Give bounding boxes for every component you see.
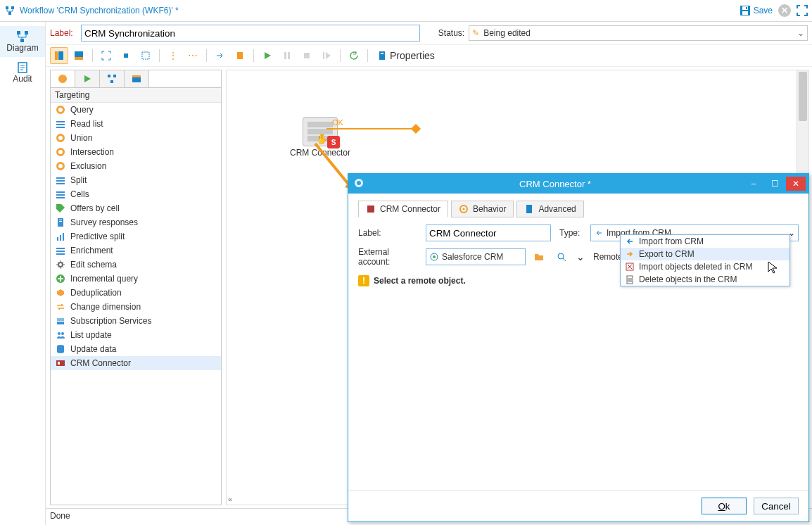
svg-rect-12 [58, 51, 63, 60]
palette-item[interactable]: Incremental query [51, 272, 221, 286]
svg-rect-44 [56, 177, 65, 179]
palette-item[interactable]: CRM Connector [51, 356, 221, 370]
tab-crm-connector[interactable]: CRM Connector [358, 201, 448, 217]
palette-tab-flow[interactable] [75, 70, 100, 87]
activity-icon [55, 132, 66, 144]
align-vertical-button[interactable]: ⋮ [164, 47, 182, 64]
refresh-button[interactable] [345, 47, 363, 64]
workflow-icon [4, 5, 15, 16]
svg-point-63 [58, 332, 61, 335]
stop-button[interactable] [298, 47, 316, 64]
svg-point-76 [463, 208, 465, 210]
svg-rect-54 [60, 235, 61, 241]
canvas-collapse-button[interactable]: « [228, 495, 232, 503]
palette-item[interactable]: Change dimension [51, 300, 221, 314]
type-option[interactable]: Import from CRM [621, 235, 789, 248]
svg-point-80 [558, 253, 564, 259]
svg-rect-35 [56, 121, 65, 122]
app-titlebar: Workflow 'CRM Synchronization (WKF6)' * … [0, 0, 812, 22]
option-label: Export to CRM [639, 249, 694, 259]
type-option[interactable]: Import objects deleted in CRM [621, 260, 789, 273]
extacct-chevron-button[interactable]: ⌄ [575, 248, 586, 265]
close-detail-button[interactable]: ✕ [778, 4, 791, 17]
dialog-titlebar[interactable]: CRM Connector * – ☐ ✕ [348, 174, 808, 194]
tab-advanced[interactable]: Advanced [516, 201, 583, 217]
show-log-button[interactable] [231, 47, 249, 64]
folder-button[interactable] [530, 248, 548, 265]
sidebar-item-diagram[interactable]: Diagram [0, 26, 45, 57]
palette-item[interactable]: Update data [51, 342, 221, 356]
svg-rect-1 [11, 6, 14, 9]
step-button[interactable] [317, 47, 336, 64]
workflow-label-input[interactable] [81, 25, 420, 42]
properties-button[interactable]: Properties [372, 47, 440, 64]
palette-item[interactable]: Union [51, 131, 221, 145]
search-button[interactable] [552, 248, 571, 265]
svg-rect-6 [746, 7, 747, 9]
palette-item[interactable]: Deduplication [51, 286, 221, 300]
palette-item[interactable]: Exclusion [51, 159, 221, 173]
palette-item[interactable]: Query [51, 103, 221, 117]
palette-item-label: Deduplication [70, 288, 122, 298]
status-select[interactable]: ✎ Being edited ⌄ [469, 25, 808, 41]
close-button[interactable]: ✕ [786, 177, 806, 191]
palette-item-label: CRM Connector [70, 358, 131, 368]
activity-icon [55, 358, 66, 369]
svg-rect-37 [56, 127, 65, 128]
palette-tab-events[interactable] [125, 70, 149, 87]
palette-item[interactable]: Read list [51, 117, 221, 131]
type-option[interactable]: Export to CRM [621, 248, 789, 260]
activity-icon [55, 146, 66, 158]
zoom-actual-button[interactable] [117, 47, 135, 64]
svg-rect-14 [75, 57, 83, 60]
pause-button[interactable] [278, 47, 296, 64]
palette-item[interactable]: Split [51, 173, 221, 187]
palette-item[interactable]: List update [51, 328, 221, 342]
svg-rect-55 [63, 233, 64, 241]
maximize-button[interactable]: ☐ [765, 177, 785, 191]
cursor-icon: ✋ [316, 133, 328, 144]
palette-item[interactable]: Enrichment [51, 243, 221, 258]
toggle-minimap-button[interactable] [70, 47, 88, 64]
option-icon [625, 236, 635, 246]
palette-item-label: Enrichment [70, 246, 113, 255]
ok-button[interactable]: OOkk [702, 498, 747, 514]
cancel-button[interactable]: Cancel [754, 498, 799, 514]
save-label: Save [754, 6, 773, 15]
show-progress-button[interactable] [211, 47, 229, 64]
tab-behavior[interactable]: Behavior [451, 201, 514, 217]
palette-item[interactable]: Edit schema [51, 258, 221, 272]
edge-ok[interactable] [326, 128, 415, 129]
palette-tab-actions[interactable] [100, 70, 125, 87]
pencil-icon: ✎ [472, 28, 479, 38]
save-button[interactable]: Save [740, 5, 773, 16]
dlg-extacct-value: Salesforce CRM [442, 252, 503, 262]
sidebar-item-audit[interactable]: Audit [0, 57, 45, 88]
palette-tab-targeting[interactable] [51, 70, 75, 87]
palette-item[interactable]: Predictive split [51, 229, 221, 243]
svg-rect-74 [367, 205, 374, 213]
palette-item[interactable]: Offers by cell [51, 201, 221, 215]
zoom-selection-button[interactable] [137, 47, 155, 64]
minimize-button[interactable]: – [744, 177, 763, 191]
palette-item-label: Predictive split [70, 232, 125, 241]
dlg-label-input[interactable] [426, 224, 551, 241]
palette-item[interactable]: Cells [51, 187, 221, 201]
fullscreen-button[interactable] [797, 5, 808, 16]
palette-item[interactable]: Intersection [51, 145, 221, 159]
svg-rect-32 [132, 75, 141, 77]
palette-item[interactable]: Subscription Services [51, 314, 221, 328]
svg-rect-46 [56, 183, 65, 184]
palette-item-label: Intersection [70, 147, 114, 157]
align-horizontal-button[interactable]: ⋯ [184, 47, 202, 64]
start-button[interactable] [258, 47, 277, 64]
tab-label: Advanced [538, 204, 576, 214]
toggle-palette-button[interactable] [50, 47, 68, 64]
type-option[interactable]: Delete objects in the CRM [621, 273, 789, 286]
svg-point-41 [58, 150, 63, 154]
zoom-fit-button[interactable] [97, 47, 115, 64]
palette-item[interactable]: Survey responses [51, 215, 221, 229]
sidebar-item-label: Audit [13, 74, 32, 84]
dlg-extacct-select[interactable]: Salesforce CRM [426, 248, 526, 265]
svg-marker-23 [326, 52, 331, 59]
